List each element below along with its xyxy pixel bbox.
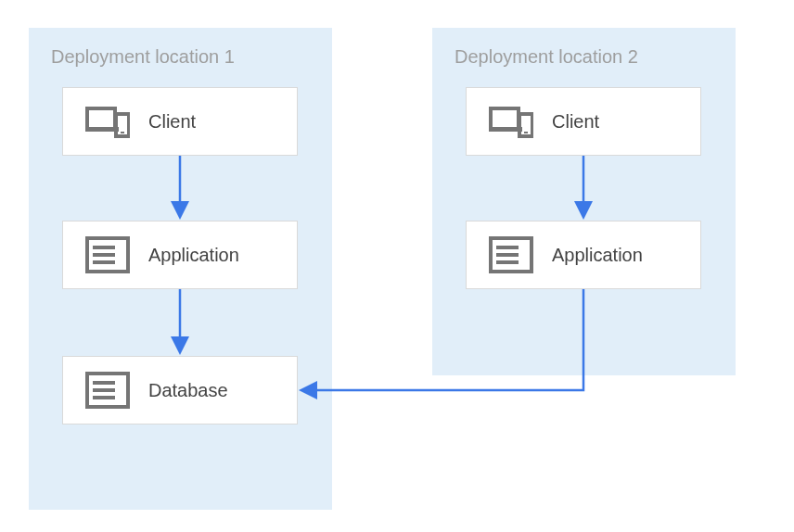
server-icon bbox=[85, 236, 130, 273]
svg-rect-9 bbox=[93, 381, 115, 385]
svg-rect-13 bbox=[489, 127, 522, 132]
client-devices-icon bbox=[85, 103, 130, 140]
client-devices-icon bbox=[489, 103, 533, 140]
node-client-2: Client bbox=[466, 87, 701, 156]
svg-rect-15 bbox=[524, 132, 528, 133]
svg-rect-17 bbox=[496, 246, 519, 249]
deployment-region-2: Deployment location 2 bbox=[432, 28, 736, 375]
svg-rect-11 bbox=[93, 396, 115, 399]
svg-rect-1 bbox=[85, 127, 119, 132]
svg-rect-7 bbox=[93, 260, 115, 264]
node-application-2-label: Application bbox=[552, 245, 643, 266]
svg-rect-19 bbox=[496, 260, 519, 264]
node-application-1-label: Application bbox=[148, 245, 239, 266]
svg-rect-10 bbox=[93, 388, 115, 392]
svg-rect-6 bbox=[93, 253, 115, 257]
region-1-title: Deployment location 1 bbox=[51, 46, 310, 68]
node-application-1: Application bbox=[62, 221, 298, 289]
server-icon bbox=[85, 372, 130, 409]
svg-rect-3 bbox=[121, 132, 124, 133]
server-icon bbox=[489, 236, 533, 273]
svg-rect-5 bbox=[93, 246, 115, 249]
node-application-2: Application bbox=[466, 221, 701, 289]
node-database-1: Database bbox=[62, 356, 298, 424]
node-client-2-label: Client bbox=[552, 111, 599, 133]
node-database-1-label: Database bbox=[148, 380, 228, 401]
region-2-title: Deployment location 2 bbox=[455, 46, 713, 68]
node-client-1: Client bbox=[62, 87, 298, 156]
svg-rect-0 bbox=[87, 108, 115, 129]
node-client-1-label: Client bbox=[148, 111, 196, 133]
svg-rect-12 bbox=[491, 108, 519, 129]
svg-rect-18 bbox=[496, 253, 519, 257]
